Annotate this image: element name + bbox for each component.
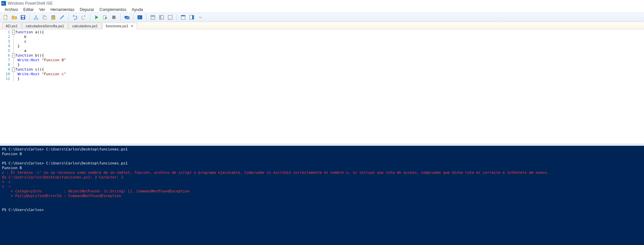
tab-strip: AD.ps1 calculadoraSencilla.ps1 calculado…	[0, 22, 644, 29]
menu-ayuda[interactable]: Ayuda	[129, 7, 146, 13]
tab-calculadora[interactable]: calculadora.ps1	[69, 22, 102, 29]
layout-side-icon[interactable]	[158, 14, 165, 21]
console-pane[interactable]: PS C:\Users\Carlos> C:\Users\Carlos\Desk…	[0, 146, 644, 245]
svg-rect-11	[112, 16, 116, 19]
toolbar-separator	[120, 14, 121, 21]
open-folder-icon[interactable]	[11, 14, 18, 21]
toolbar-separator	[68, 14, 69, 21]
tab-calculadora-sencilla[interactable]: calculadoraSencilla.ps1	[22, 22, 68, 29]
tab-label: AD.ps1	[6, 24, 18, 28]
tab-label: calculadoraSencilla.ps1	[26, 24, 64, 28]
save-icon[interactable]	[19, 14, 27, 21]
close-icon[interactable]: ✕	[131, 24, 134, 28]
fold-toggle-icon[interactable]: −	[12, 53, 15, 58]
svg-point-4	[34, 18, 35, 20]
show-command-addon-icon[interactable]	[188, 14, 195, 21]
paste-icon[interactable]	[50, 14, 57, 21]
svg-rect-19	[160, 15, 161, 19]
cut-icon[interactable]	[32, 14, 40, 21]
redo-icon[interactable]	[80, 14, 87, 21]
fold-toggle-icon[interactable]: −	[12, 30, 15, 35]
layout-script-top-icon[interactable]	[149, 14, 157, 21]
stop-icon[interactable]	[110, 14, 118, 21]
menu-depurar[interactable]: Depurar	[77, 7, 97, 13]
tab-ad[interactable]: AD.ps1	[2, 22, 21, 29]
svg-point-5	[37, 18, 38, 20]
window-title: Windows PowerShell ISE	[8, 1, 53, 6]
menu-bar: Archivo Editar Ver Herramientas Depurar …	[0, 7, 644, 13]
svg-rect-7	[44, 16, 46, 19]
menu-editar[interactable]: Editar	[21, 7, 36, 13]
layout-console-icon[interactable]	[166, 14, 174, 21]
toolbar-separator	[146, 14, 147, 21]
toolbar-separator	[90, 14, 90, 21]
svg-rect-24	[192, 15, 194, 19]
clear-icon[interactable]	[58, 14, 66, 21]
fold-toggle-icon[interactable]: −	[12, 67, 15, 72]
copy-icon[interactable]	[41, 14, 48, 21]
run-icon[interactable]	[93, 14, 100, 21]
app-icon: >_	[1, 1, 6, 6]
toolbar-separator	[29, 14, 30, 21]
svg-text:>_: >_	[139, 16, 142, 19]
toolbar-dropdown-icon[interactable]	[197, 14, 204, 21]
toolbar-separator	[133, 14, 134, 21]
tab-label: calculadora.ps1	[72, 24, 98, 28]
svg-rect-0	[4, 15, 7, 19]
svg-rect-9	[53, 15, 54, 16]
line-number-gutter: 1234567891011	[0, 29, 11, 144]
toolbar: >_	[0, 13, 644, 22]
svg-rect-20	[168, 15, 172, 19]
menu-herramientas[interactable]: Herramientas	[48, 7, 77, 13]
fold-column: −−−	[11, 29, 15, 144]
run-selection-icon[interactable]	[102, 14, 109, 21]
svg-rect-22	[181, 15, 185, 16]
code-area[interactable]: function a(){ b c } afunction b(){ Write…	[15, 29, 66, 144]
undo-icon[interactable]	[71, 14, 79, 21]
tab-label: funciones.ps1	[106, 24, 129, 28]
menu-archivo[interactable]: Archivo	[2, 7, 21, 13]
svg-rect-13	[126, 17, 129, 19]
menu-ver[interactable]: Ver	[36, 7, 48, 13]
new-file-icon[interactable]	[2, 14, 9, 21]
remote-icon[interactable]	[123, 14, 131, 21]
title-bar: >_ Windows PowerShell ISE	[0, 0, 644, 7]
svg-rect-3	[22, 18, 24, 19]
tab-funciones[interactable]: funciones.ps1 ✕	[102, 23, 137, 29]
toolbar-separator	[176, 14, 177, 21]
script-editor[interactable]: 1234567891011 −−− function a(){ b c } af…	[0, 29, 644, 144]
menu-complementos[interactable]: Complementos	[97, 7, 129, 13]
powershell-icon[interactable]: >_	[136, 14, 144, 21]
show-script-pane-icon[interactable]	[179, 14, 187, 21]
svg-rect-17	[151, 15, 155, 17]
svg-rect-2	[22, 16, 24, 17]
